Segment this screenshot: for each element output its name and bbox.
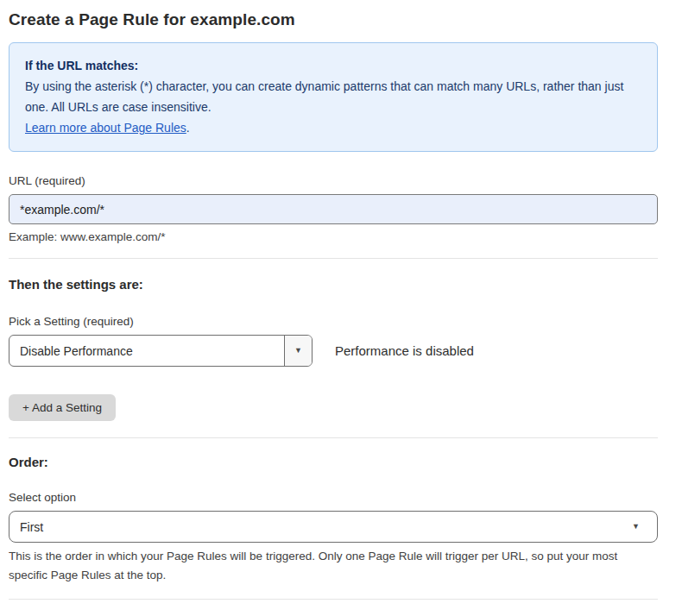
order-helper-text: This is the order in which your Page Rul… <box>9 547 652 585</box>
pick-setting-label: Pick a Setting (required) <box>9 315 658 328</box>
setting-dropdown-arrow-button[interactable]: ▼ <box>284 336 312 366</box>
add-setting-button[interactable]: + Add a Setting <box>9 394 116 421</box>
order-section-heading: Order: <box>9 455 658 469</box>
info-box-heading: If the URL matches: <box>25 55 641 76</box>
order-select-label: Select option <box>9 491 658 504</box>
setting-status-text: Performance is disabled <box>335 343 474 358</box>
divider <box>9 599 658 600</box>
chevron-down-icon: ▼ <box>294 347 302 355</box>
learn-more-link[interactable]: Learn more about Page Rules <box>25 121 186 135</box>
settings-section-heading: Then the settings are: <box>9 277 658 292</box>
order-select[interactable]: First ▼ <box>9 511 658 543</box>
url-field-label: URL (required) <box>9 174 658 187</box>
url-input[interactable] <box>9 194 658 224</box>
setting-dropdown[interactable]: Disable Performance ▼ <box>9 335 313 367</box>
create-page-rule-panel: Create a Page Rule for example.com If th… <box>0 0 682 616</box>
info-box-link-line: Learn more about Page Rules. <box>25 117 641 138</box>
chevron-down-icon: ▼ <box>632 523 640 531</box>
setting-row: Disable Performance ▼ Performance is dis… <box>9 335 658 367</box>
divider <box>9 437 658 438</box>
order-select-value: First <box>20 520 43 534</box>
page-title: Create a Page Rule for example.com <box>9 10 658 29</box>
info-box-body: By using the asterisk (*) character, you… <box>25 76 641 117</box>
url-matches-info-box: If the URL matches: By using the asteris… <box>9 42 658 152</box>
url-example-helper: Example: www.example.com/* <box>9 230 658 243</box>
divider <box>9 258 658 259</box>
setting-dropdown-value: Disable Performance <box>9 336 284 366</box>
link-period: . <box>186 121 190 135</box>
